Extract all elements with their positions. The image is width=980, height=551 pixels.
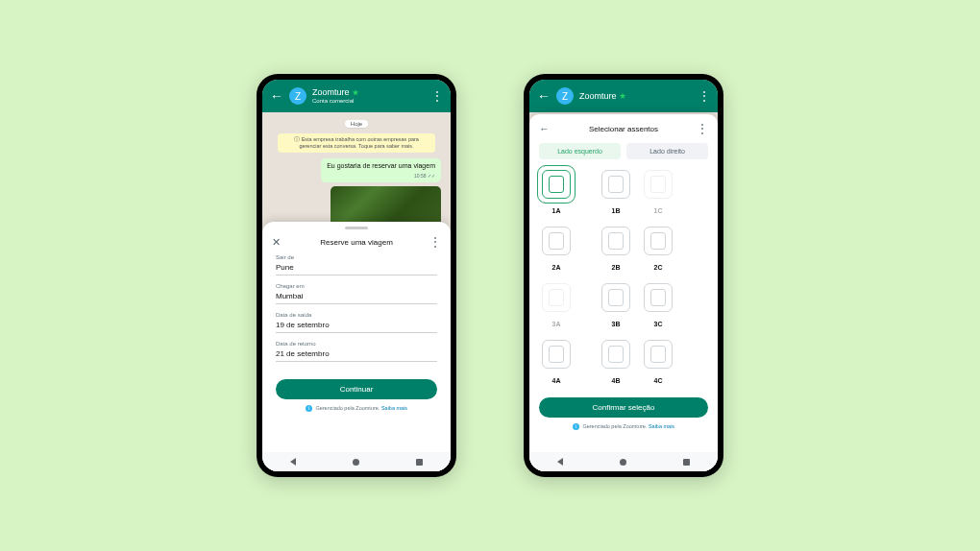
booking-form: Sair de Pune Chegar em Mumbai Data de sa… xyxy=(262,254,451,375)
business-name: Zoomture xyxy=(579,92,617,101)
android-navbar xyxy=(529,452,718,471)
user-message-text: Eu gostaria de reservar uma viagem xyxy=(327,162,435,170)
more-icon[interactable]: ⋮ xyxy=(431,89,443,103)
nav-recent-icon[interactable] xyxy=(683,459,690,466)
managed-text: Gerenciado pela Zoomture. xyxy=(582,423,647,429)
confirm-button[interactable]: Confirmar seleção xyxy=(539,397,708,418)
sheet-more-icon[interactable]: ⋮ xyxy=(429,235,441,249)
seat-3b[interactable]: 3B xyxy=(599,278,633,327)
seat-2c[interactable]: 2C xyxy=(641,222,675,271)
seat-2b[interactable]: 2B xyxy=(599,222,633,271)
seat-3a: 3A xyxy=(539,278,574,327)
phone-mockup-seats: ← Z Zoomture ⋮ ← Selecionar assentos ⋮ L… xyxy=(524,74,723,477)
header-title-block[interactable]: Zoomture Conta comercial xyxy=(312,88,426,104)
avatar[interactable]: Z xyxy=(556,87,574,105)
avatar[interactable]: Z xyxy=(289,87,306,105)
more-icon[interactable]: ⋮ xyxy=(698,89,710,103)
phone-screen: ← Z Zoomture Conta comercial ⋮ Hoje Esta… xyxy=(262,80,451,471)
return-date-value: 21 de setembro xyxy=(276,347,437,362)
depart-date-value: 19 de setembro xyxy=(276,318,437,333)
account-type: Conta comercial xyxy=(312,98,426,104)
info-icon: i xyxy=(306,405,312,412)
verified-badge-icon xyxy=(620,93,626,100)
managed-by-footer: i Gerenciado pela Zoomture. Saiba mais xyxy=(262,403,451,418)
continue-button[interactable]: Continuar xyxy=(276,379,437,399)
managed-text: Gerenciado pela Zoomture. xyxy=(315,405,380,411)
learn-more-link[interactable]: Saiba mais xyxy=(381,405,407,411)
system-message[interactable]: Esta empresa trabalha com outras empresa… xyxy=(278,133,435,153)
seat-1c: 1C xyxy=(641,165,675,214)
tab-left-side[interactable]: Lado esquerdo xyxy=(539,143,621,159)
message-time: 10:58 ✓✓ xyxy=(327,173,435,179)
learn-more-link[interactable]: Saiba mais xyxy=(649,423,674,429)
close-icon[interactable]: ✕ xyxy=(272,236,283,249)
verified-badge-icon xyxy=(353,89,359,96)
back-arrow-icon[interactable]: ← xyxy=(537,88,551,104)
sheet-title: Reserve uma viagem xyxy=(289,238,424,247)
whatsapp-header: ← Z Zoomture Conta comercial ⋮ xyxy=(262,80,451,112)
date-pill: Hoje xyxy=(345,120,368,128)
arrive-at-field[interactable]: Chegar em Mumbai xyxy=(276,283,437,304)
back-icon[interactable]: ← xyxy=(539,123,551,134)
seat-4a[interactable]: 4A xyxy=(539,335,574,384)
seat-sheet: ← Selecionar assentos ⋮ Lado esquerdo La… xyxy=(529,114,718,471)
phone-screen: ← Z Zoomture ⋮ ← Selecionar assentos ⋮ L… xyxy=(529,80,718,471)
user-message-bubble: Eu gostaria de reservar uma viagem 10:58… xyxy=(321,158,441,181)
return-date-field[interactable]: Data de retorno 21 de setembro xyxy=(276,341,437,362)
tab-right-side[interactable]: Lado direito xyxy=(626,143,708,159)
seat-4c[interactable]: 4C xyxy=(641,335,675,384)
managed-by-footer: i Gerenciado pela Zoomture. Saiba mais xyxy=(529,421,718,436)
seat-sheet-title: Selecionar assentos xyxy=(556,125,691,133)
nav-back-icon[interactable] xyxy=(557,458,563,466)
depart-from-value: Pune xyxy=(276,260,437,276)
back-arrow-icon[interactable]: ← xyxy=(270,88,283,104)
nav-back-icon[interactable] xyxy=(290,458,296,466)
seat-1a[interactable]: 1A xyxy=(539,165,574,214)
nav-home-icon[interactable] xyxy=(353,459,359,466)
seat-map: 1A 1B 1C xyxy=(529,165,718,392)
sheet-more-icon[interactable]: ⋮ xyxy=(697,122,708,135)
tab-row: Lado esquerdo Lado direito xyxy=(529,143,718,165)
depart-date-field[interactable]: Data de saída 19 de setembro xyxy=(276,312,437,333)
phone-mockup-booking: ← Z Zoomture Conta comercial ⋮ Hoje Esta… xyxy=(257,74,456,477)
arrive-at-value: Mumbai xyxy=(276,289,437,304)
seat-2a[interactable]: 2A xyxy=(539,222,574,271)
nav-recent-icon[interactable] xyxy=(416,459,423,466)
seat-4b[interactable]: 4B xyxy=(599,335,633,384)
chat-body: Hoje Esta empresa trabalha com outras em… xyxy=(262,112,451,238)
whatsapp-header: ← Z Zoomture ⋮ xyxy=(529,80,718,112)
depart-from-field[interactable]: Sair de Pune xyxy=(276,254,437,276)
business-name: Zoomture xyxy=(312,88,350,97)
seat-3c[interactable]: 3C xyxy=(641,278,675,327)
seat-1b[interactable]: 1B xyxy=(599,165,633,214)
header-title-block[interactable]: Zoomture xyxy=(579,92,693,101)
booking-sheet: ✕ Reserve uma viagem ⋮ Sair de Pune Cheg… xyxy=(262,222,451,471)
android-navbar xyxy=(262,452,451,471)
nav-home-icon[interactable] xyxy=(620,459,626,466)
info-icon: i xyxy=(573,423,579,430)
